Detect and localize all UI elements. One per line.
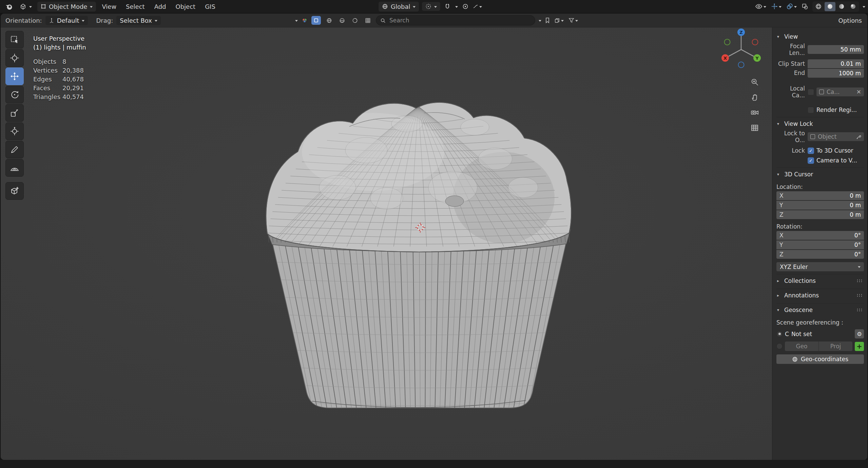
copy-settings-dropdown[interactable] (554, 17, 564, 24)
tool-select-box[interactable] (5, 31, 24, 48)
blender-logo-icon[interactable] (4, 1, 14, 12)
crs-radio[interactable] (776, 331, 783, 337)
menu-gis[interactable]: GIS (201, 2, 219, 12)
search-box[interactable] (376, 15, 535, 25)
drag-dropdown[interactable]: Select Box (116, 16, 161, 25)
tool-scale[interactable] (5, 104, 24, 122)
viewport-toggle-sphere-a[interactable] (337, 16, 347, 25)
proportional-editing-toggle[interactable] (462, 3, 469, 10)
gizmo-neg-z-handle[interactable] (738, 62, 744, 68)
panel-collections-header[interactable]: ▸ Collections (776, 276, 864, 286)
camera-to-view-checkbox[interactable]: ✓ (808, 157, 814, 164)
shading-solid-button[interactable] (825, 2, 835, 11)
show-gizmo-toggle[interactable] (770, 2, 782, 11)
clear-icon[interactable]: ✕ (854, 89, 864, 95)
shading-rendered-button[interactable] (848, 2, 859, 11)
tool-transform[interactable] (5, 122, 24, 140)
geo-radio[interactable] (776, 343, 783, 349)
panel-drag-grip[interactable] (856, 279, 863, 282)
proportional-falloff-dropdown[interactable] (472, 3, 483, 9)
mode-dropdown[interactable]: Object Mode (37, 2, 96, 12)
xray-toggle[interactable] (801, 2, 809, 11)
clip-end-field[interactable]: 1000 m (808, 69, 864, 78)
mode-color-ball-icon[interactable] (301, 17, 308, 24)
eyedropper-icon[interactable] (853, 134, 864, 139)
geo-coordinates-button[interactable]: Geo-coordinates (776, 354, 864, 364)
pan-hand-control[interactable] (750, 93, 759, 102)
menu-object[interactable]: Object (172, 2, 199, 12)
cursor-rotation-z[interactable]: Z0° (776, 250, 864, 259)
viewport-toggle-active[interactable] (311, 16, 321, 25)
transform-orientation-dropdown[interactable]: Global (379, 2, 419, 12)
add-georef-button[interactable]: + (855, 342, 864, 351)
menu-add[interactable]: Add (151, 2, 170, 12)
shading-material-button[interactable] (836, 2, 847, 11)
search-options-chevron[interactable] (539, 20, 541, 22)
filter-dropdown[interactable] (568, 17, 579, 24)
stat-row: Edges40,678 (33, 75, 86, 84)
chevron-down-icon (479, 6, 482, 8)
cursor-rotation-y[interactable]: Y0° (776, 240, 864, 249)
tool-cursor[interactable] (5, 49, 24, 67)
header-collapse-chevron[interactable] (295, 20, 298, 22)
panel-3d-cursor-header[interactable]: ▾ 3D Cursor (776, 169, 864, 179)
3d-viewport[interactable]: User Perspective (1) lights | muffin Obj… (1, 27, 867, 460)
muffin-3d-model[interactable] (265, 86, 573, 416)
proj-button[interactable]: Proj (819, 342, 852, 351)
lock-to-object-field[interactable]: Object (808, 132, 864, 141)
viewport-toggle-sphere-b[interactable] (350, 16, 360, 25)
chevron-down-icon (413, 6, 416, 8)
gizmo-neg-y-handle[interactable] (725, 39, 730, 45)
camera-view-control[interactable] (750, 108, 759, 117)
options-button[interactable]: Options (838, 17, 862, 24)
panel-annotations-header[interactable]: ▸ Annotations (776, 290, 864, 300)
tool-rotate[interactable] (5, 86, 24, 103)
snap-toggle[interactable] (443, 2, 451, 11)
menu-view[interactable]: View (98, 2, 120, 12)
panel-drag-grip[interactable] (856, 308, 863, 312)
snap-settings-dropdown[interactable] (455, 5, 459, 8)
bookmark-icon[interactable] (545, 17, 550, 23)
object-visibility-dropdown[interactable] (754, 3, 767, 10)
panel-view-lock-header[interactable]: ▾ View Lock (776, 119, 864, 129)
clip-start-field[interactable]: 0.01 m (808, 59, 864, 68)
cursor-location-z[interactable]: Z0 m (776, 210, 864, 219)
toggle-perspective-grid-control[interactable] (750, 123, 759, 132)
render-region-checkbox[interactable] (808, 107, 814, 113)
stat-row: Objects8 (33, 57, 86, 66)
focal-length-field[interactable]: 50 mm (808, 45, 864, 54)
crs-settings-button[interactable]: ⚙ (855, 329, 864, 338)
lock-to-object-label: Lock to O... (776, 130, 808, 143)
rotation-mode-dropdown[interactable]: XYZ Euler (776, 262, 864, 271)
pivot-point-dropdown[interactable] (422, 2, 440, 11)
chevron-down-icon (779, 6, 782, 8)
tool-annotate[interactable] (5, 141, 24, 158)
panel-geoscene-header[interactable]: ▾ Geoscene (776, 305, 864, 315)
panel-view-header[interactable]: ▾ View (776, 32, 864, 42)
tool-move[interactable] (5, 67, 24, 85)
search-input[interactable] (389, 17, 531, 24)
menu-select[interactable]: Select (122, 2, 149, 12)
shading-dropdown-chevron[interactable] (863, 6, 865, 8)
cursor-location-x[interactable]: X0 m (776, 191, 864, 200)
tool-add-cube[interactable] (5, 182, 24, 200)
viewport-toggle-grid[interactable] (363, 16, 372, 25)
status-bar (0, 460, 868, 468)
tool-measure[interactable] (5, 159, 24, 177)
cursor-rotation-x[interactable]: X0° (776, 231, 864, 240)
viewport-toggle-globe[interactable] (324, 16, 334, 25)
to-3d-cursor-checkbox[interactable]: ✓ (808, 148, 814, 154)
orientation-dropdown[interactable]: Default (45, 16, 88, 25)
cursor-location-y[interactable]: Y0 m (776, 201, 864, 210)
local-camera-checkbox[interactable] (808, 89, 814, 95)
show-overlays-toggle[interactable] (786, 2, 797, 11)
editor-type-dropdown[interactable] (16, 2, 35, 11)
globe-icon (792, 356, 798, 362)
zoom-control[interactable] (750, 78, 759, 86)
navigation-gizmo[interactable]: Z X Y (719, 27, 763, 72)
panel-drag-grip[interactable] (856, 294, 863, 297)
local-camera-field[interactable]: Ca... ✕ (816, 87, 864, 96)
geo-button[interactable]: Geo (785, 342, 818, 351)
gizmo-neg-x-handle[interactable] (752, 39, 758, 45)
shading-wireframe-button[interactable] (813, 2, 824, 11)
